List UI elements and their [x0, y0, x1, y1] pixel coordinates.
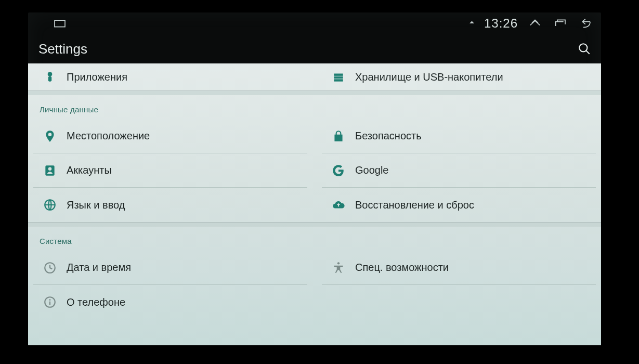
settings-item-google[interactable]: Google [322, 153, 596, 188]
settings-item-language[interactable]: Язык и ввод [33, 188, 307, 222]
settings-item-backup-reset[interactable]: Восстановление и сброс [322, 188, 596, 222]
svg-point-12 [49, 299, 51, 301]
storage-icon [322, 70, 355, 84]
settings-item-label: Восстановление и сброс [355, 199, 474, 211]
back-button[interactable] [577, 16, 593, 31]
clock: 13:26 [484, 16, 518, 31]
settings-item-label: Google [355, 164, 389, 176]
status-bar: 13:26 [28, 12, 601, 34]
svg-rect-4 [334, 76, 343, 79]
apps-icon [33, 70, 67, 84]
settings-item-apps[interactable]: Приложения [33, 63, 307, 90]
settings-item-label: Спец. возможности [355, 262, 449, 274]
device-section-tail: Приложения Хранилище и USB-накопители [28, 63, 601, 90]
settings-item-label: Язык и ввод [67, 199, 125, 211]
lock-icon [322, 129, 355, 143]
settings-item-label: Приложения [67, 71, 127, 83]
section-header-system: Система [33, 227, 596, 251]
globe-icon [33, 198, 67, 212]
svg-point-0 [579, 44, 587, 51]
settings-item-label: Хранилище и USB-накопители [355, 71, 503, 83]
svg-rect-2 [48, 76, 52, 82]
settings-item-location[interactable]: Местоположение [33, 119, 307, 153]
svg-point-10 [337, 262, 340, 264]
settings-item-label: О телефоне [67, 296, 125, 308]
volume-up-icon[interactable] [527, 16, 543, 31]
settings-item-label: Безопасность [355, 130, 422, 142]
location-icon [33, 129, 67, 143]
settings-item-label: Дата и время [67, 262, 131, 274]
svg-rect-3 [334, 74, 343, 76]
settings-item-accounts[interactable]: Аккаунты [33, 153, 307, 188]
account-icon [33, 164, 67, 177]
cloud-restore-icon [322, 198, 355, 212]
svg-point-7 [48, 167, 52, 171]
accessibility-icon [322, 261, 355, 275]
clock-icon [33, 261, 67, 275]
settings-item-label: Местоположение [67, 130, 150, 142]
section-divider [28, 222, 601, 227]
personal-section: Личные данные Местоположение Безопасност… [28, 96, 601, 222]
google-icon [322, 164, 355, 177]
home-button[interactable] [52, 16, 68, 31]
settings-item-label: Аккаунты [67, 164, 112, 176]
screen: 13:26 Settings Приложения [28, 12, 601, 345]
settings-item-about[interactable]: О телефоне [33, 285, 307, 319]
recents-button[interactable] [552, 16, 568, 31]
settings-item-datetime[interactable]: Дата и время [33, 251, 307, 285]
empty-cell [322, 285, 596, 319]
svg-rect-13 [49, 301, 50, 305]
info-icon [33, 295, 67, 309]
settings-item-security[interactable]: Безопасность [322, 119, 596, 153]
system-section: Система Дата и время Спец. возможности [28, 227, 601, 319]
section-header-personal: Личные данные [33, 96, 596, 119]
settings-item-storage[interactable]: Хранилище и USB-накопители [322, 63, 596, 90]
settings-item-accessibility[interactable]: Спец. возможности [322, 251, 596, 285]
svg-rect-5 [334, 79, 343, 81]
svg-point-1 [48, 72, 53, 76]
action-bar: Settings [28, 34, 601, 63]
search-button[interactable] [570, 34, 599, 63]
page-title: Settings [38, 41, 87, 57]
section-divider [28, 90, 601, 96]
settings-content: Приложения Хранилище и USB-накопители Ли… [28, 63, 601, 345]
volume-down-icon[interactable] [466, 19, 476, 28]
